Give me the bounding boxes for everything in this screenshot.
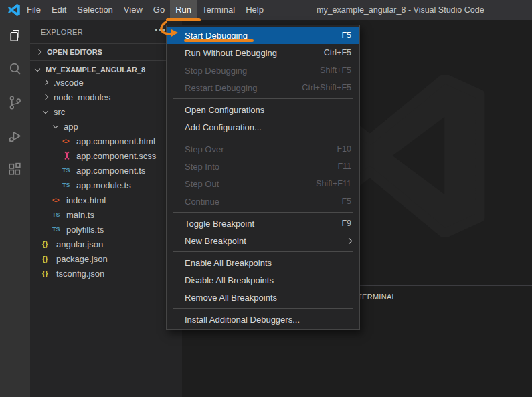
html-icon: <> xyxy=(62,138,74,145)
menu-item-shortcut: F11 xyxy=(337,162,351,171)
window-title: my_example_angular_8 - Visual Studio Cod… xyxy=(317,0,484,20)
chevron-down-icon xyxy=(35,65,40,71)
menu-item-step-out: Step OutShift+F11 xyxy=(167,175,359,192)
menu-item-stop-debugging: Stop DebuggingShift+F5 xyxy=(167,61,359,79)
menu-item-label: Step Over xyxy=(185,144,224,154)
tree-item-app-component-scss[interactable]: app.component.scss xyxy=(30,148,182,163)
tree-item-label: polyfills.ts xyxy=(66,225,104,235)
menubar-item-selection[interactable]: Selection xyxy=(72,0,118,20)
activity-bar-source-control[interactable] xyxy=(0,87,30,120)
files-icon xyxy=(7,27,23,47)
json-icon: {} xyxy=(42,269,54,277)
tree-item-tsconfig-json[interactable]: {}tsconfig.json xyxy=(30,266,182,281)
menu-item-enable-all-breakpoints[interactable]: Enable All Breakpoints xyxy=(167,254,359,271)
menu-item-new-breakpoint[interactable]: New Breakpoint xyxy=(167,232,359,249)
tree-item-label: node_modules xyxy=(54,92,110,102)
tree-item-label: app xyxy=(64,122,78,132)
tree-item-app-component-html[interactable]: <>app.component.html xyxy=(30,134,182,148)
menu-item-open-configurations[interactable]: Open Configurations xyxy=(167,101,359,118)
menu-item-shortcut: F5 xyxy=(341,196,351,206)
menu-item-label: Toggle Breakpoint xyxy=(185,219,254,229)
ts-icon: TS xyxy=(52,211,64,218)
extensions-icon xyxy=(7,161,23,180)
menu-item-label: Enable All Breakpoints xyxy=(185,258,272,268)
tree-item-label: index.html xyxy=(66,195,106,205)
tree-item-label: app.component.html xyxy=(76,136,155,146)
tree-item-node-modules[interactable]: node_modules xyxy=(30,90,182,104)
source-control-icon xyxy=(7,94,23,114)
menu-item-run-without-debugging[interactable]: Run Without DebuggingCtrl+F5 xyxy=(167,44,359,61)
menu-item-restart-debugging: Restart DebuggingCtrl+Shift+F5 xyxy=(167,79,359,96)
menubar-item-file[interactable]: File xyxy=(21,0,46,20)
tree-item-app-module-ts[interactable]: TSapp.module.ts xyxy=(30,178,182,192)
menu-item-label: Restart Debugging xyxy=(185,83,257,93)
root-folder-label: MY_EXAMPLE_ANGULAR_8 xyxy=(46,65,145,74)
activity-bar-run-and-debug[interactable] xyxy=(0,120,30,154)
section-open-editors[interactable]: OPEN EDITORS xyxy=(30,43,182,61)
chevron-down-icon xyxy=(53,122,58,128)
menu-item-install-additional-debuggers[interactable]: Install Additional Debuggers... xyxy=(167,311,359,328)
run-menu-dropdown: Start DebuggingF5Run Without DebuggingCt… xyxy=(166,25,360,330)
tree-item-main-ts[interactable]: TSmain.ts xyxy=(30,207,182,222)
menu-item-shortcut: F5 xyxy=(341,31,351,40)
menu-separator xyxy=(173,138,353,138)
chevron-right-icon xyxy=(43,80,48,85)
sidebar-header: EXPLORER ··· xyxy=(30,20,182,43)
menu-item-add-configuration[interactable]: Add Configuration... xyxy=(167,118,359,136)
submenu-arrow-icon xyxy=(346,237,353,244)
menubar-item-run[interactable]: Run xyxy=(170,0,197,20)
explorer-sidebar: EXPLORER ··· OPEN EDITORS MY_EXAMPLE_ANG… xyxy=(30,20,182,397)
tab-terminal[interactable]: TERMINAL xyxy=(357,293,396,301)
menubar: FileEditSelectionViewGoRunTerminalHelp xyxy=(21,0,269,20)
menu-item-step-into: Step IntoF11 xyxy=(167,158,359,175)
tree-item-label: package.json xyxy=(56,254,108,264)
file-tree: .vscodenode_modulessrcapp<>app.component… xyxy=(30,75,182,281)
more-actions-icon[interactable]: ··· xyxy=(155,24,167,35)
tree-item-package-json[interactable]: {}package.json xyxy=(30,251,182,266)
tree-item-app-component-ts[interactable]: TSapp.component.ts xyxy=(30,163,182,178)
menu-item-shortcut: Ctrl+F5 xyxy=(324,48,351,57)
menubar-item-edit[interactable]: Edit xyxy=(46,0,72,20)
json-icon: {} xyxy=(42,240,54,248)
menu-item-toggle-breakpoint[interactable]: Toggle BreakpointF9 xyxy=(167,215,359,232)
title-bar: FileEditSelectionViewGoRunTerminalHelp m… xyxy=(0,0,532,20)
activity-bar-search[interactable] xyxy=(0,53,30,87)
ts-icon: TS xyxy=(62,167,74,174)
menubar-item-terminal[interactable]: Terminal xyxy=(197,0,240,20)
tree-item-polyfills-ts[interactable]: TSpolyfills.ts xyxy=(30,222,182,237)
menu-item-continue: ContinueF5 xyxy=(167,192,359,210)
menu-item-start-debugging[interactable]: Start DebuggingF5 xyxy=(167,27,359,44)
tree-item-app[interactable]: app xyxy=(30,119,182,134)
tree-item-src[interactable]: src xyxy=(30,104,182,119)
run-debug-icon xyxy=(7,128,23,147)
menu-item-label: Start Debugging xyxy=(185,31,248,41)
html-icon: <> xyxy=(52,196,64,204)
menu-item-label: Remove All Breakpoints xyxy=(185,293,277,303)
menubar-item-help[interactable]: Help xyxy=(240,0,269,20)
tree-item-label: main.ts xyxy=(66,210,94,220)
tree-item-label: src xyxy=(54,107,65,117)
menu-item-label: Run Without Debugging xyxy=(185,48,277,58)
tree-item-vscode[interactable]: .vscode xyxy=(30,75,182,90)
menu-separator xyxy=(173,251,353,252)
menu-item-label: Install Additional Debuggers... xyxy=(185,315,300,325)
chevron-down-icon xyxy=(43,108,48,113)
menubar-item-go[interactable]: Go xyxy=(148,0,170,20)
scss-icon xyxy=(62,151,74,162)
activity-bar-extensions[interactable] xyxy=(0,154,30,187)
menu-item-label: Add Configuration... xyxy=(185,122,262,132)
menu-item-label: New Breakpoint xyxy=(185,236,246,246)
tree-item-index-html[interactable]: <>index.html xyxy=(30,192,182,207)
activity-bar-explorer[interactable] xyxy=(0,20,30,53)
menubar-item-view[interactable]: View xyxy=(118,0,148,20)
menu-item-disable-all-breakpoints[interactable]: Disable All Breakpoints xyxy=(167,271,359,289)
menu-item-remove-all-breakpoints[interactable]: Remove All Breakpoints xyxy=(167,289,359,306)
menu-item-shortcut: Shift+F5 xyxy=(320,65,351,75)
menu-item-shortcut: F10 xyxy=(337,144,351,154)
menu-separator xyxy=(173,212,353,213)
open-editors-label: OPEN EDITORS xyxy=(47,48,102,56)
ts-icon: TS xyxy=(62,182,74,188)
menu-item-shortcut: F9 xyxy=(341,219,351,228)
menu-item-label: Open Configurations xyxy=(185,105,264,115)
tree-item-angular-json[interactable]: {}angular.json xyxy=(30,237,182,251)
